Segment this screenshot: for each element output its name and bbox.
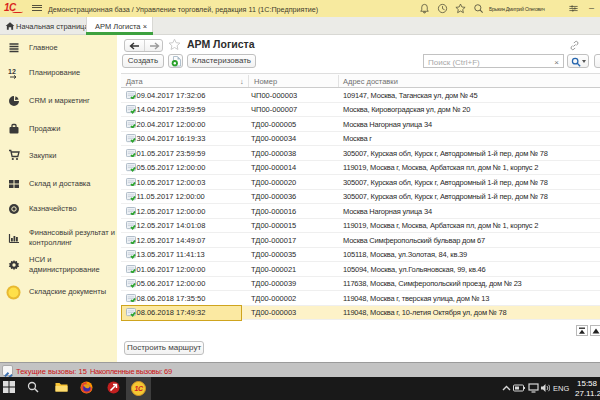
svg-text:12: 12	[8, 68, 16, 75]
